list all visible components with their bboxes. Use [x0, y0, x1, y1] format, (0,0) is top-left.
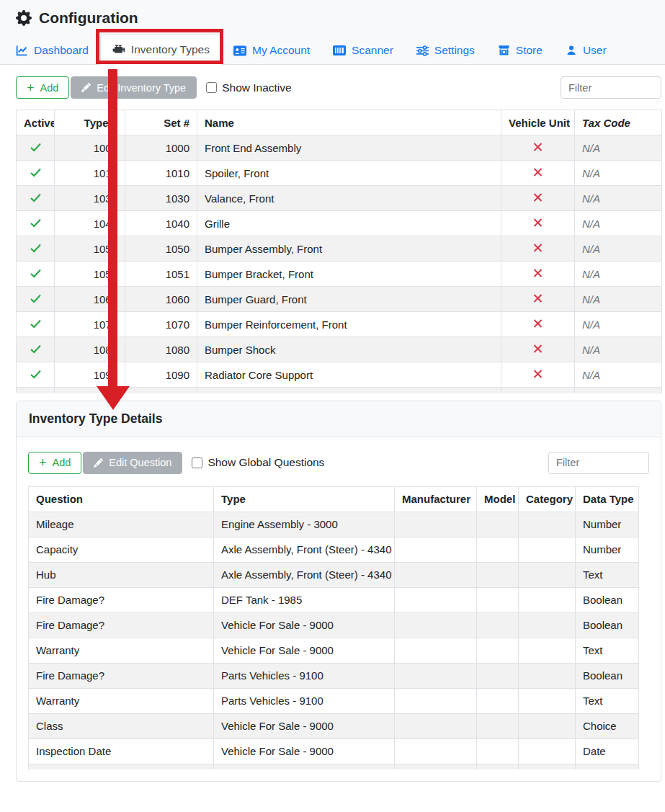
partial-row — [17, 388, 662, 393]
cell-name: Grille — [197, 211, 501, 236]
cell-model — [477, 663, 519, 688]
barcode-icon — [333, 45, 346, 55]
tab-inventory-types[interactable]: Inventory Types — [100, 35, 222, 65]
cell-name: Bumper Shock — [197, 337, 501, 362]
column-header: Tax Code — [575, 110, 662, 135]
active-check-icon — [17, 135, 55, 161]
cell-category — [519, 663, 576, 688]
active-check-icon — [17, 287, 55, 312]
question-row[interactable]: WarrantyVehicle For Sale - 9000Text — [29, 638, 639, 663]
tab-label: My Account — [252, 44, 310, 57]
cell-set-number: 1090 — [125, 362, 197, 388]
tab-my-account[interactable]: My Account — [222, 36, 321, 65]
vehicle-unit-x-icon — [501, 161, 575, 186]
inventory-type-row[interactable]: 10001000Front End AssemblyN/A — [17, 135, 662, 161]
questions-table: QuestionTypeManufacturerModelCategoryDat… — [28, 486, 639, 770]
question-row[interactable]: CapacityAxle Assembly, Front (Steer) - 4… — [29, 537, 639, 562]
column-header: Manufacturer — [395, 486, 477, 512]
cell-model — [477, 612, 519, 638]
cell-model — [477, 512, 519, 537]
add-button-label: Add — [40, 82, 59, 94]
add-inventory-type-button[interactable]: + Add — [16, 76, 69, 99]
tab-user[interactable]: User — [554, 36, 618, 65]
tab-label: User — [583, 44, 607, 57]
edit-inventory-type-button[interactable]: Edit Inventory Type — [71, 76, 197, 99]
inventory-type-details-card: Inventory Type Details + Add Edit Questi… — [16, 401, 661, 782]
tab-store[interactable]: Store — [486, 36, 554, 65]
tab-label: Scanner — [352, 44, 393, 57]
tab-scanner[interactable]: Scanner — [321, 36, 405, 65]
show-global-questions-checkbox[interactable] — [192, 458, 202, 468]
show-inactive-label: Show Inactive — [222, 81, 292, 94]
inventory-type-row[interactable]: 10501050Bumper Assembly, FrontN/A — [17, 236, 662, 262]
cell-question: Class — [29, 713, 214, 739]
cell-type-number: 1000 — [55, 135, 125, 161]
cell-data-type: Number — [576, 537, 639, 562]
cell-set-number: 1051 — [125, 262, 197, 287]
show-inactive-toggle[interactable]: Show Inactive — [206, 81, 292, 94]
inventory-type-row[interactable]: 10901090Radiator Core SupportN/A — [17, 362, 662, 388]
inventory-types-filter-input[interactable] — [561, 76, 661, 99]
cell-type-number: 1051 — [55, 262, 125, 287]
cell-type: Parts Vehicles - 9100 — [214, 688, 395, 713]
active-check-icon — [17, 362, 55, 388]
cell-question: Fire Damage? — [29, 612, 214, 638]
show-global-questions-label: Show Global Questions — [207, 456, 324, 469]
gear-icon — [16, 10, 32, 26]
active-check-icon — [17, 312, 55, 337]
question-row[interactable]: Fire Damage?Parts Vehicles - 9100Boolean — [29, 663, 639, 688]
cell-type: Parts Vehicles - 9100 — [214, 663, 395, 688]
questions-filter-input[interactable] — [548, 452, 649, 474]
inventory-type-row[interactable]: 10301030Valance, FrontN/A — [17, 186, 662, 211]
question-row[interactable]: ClassVehicle For Sale - 9000Choice — [29, 713, 639, 739]
cell-manufacturer — [395, 688, 477, 713]
question-row[interactable]: Fire Damage?DEF Tank - 1985Boolean — [29, 587, 639, 612]
cell-set-number: 1070 — [125, 312, 197, 337]
cell-set-number: 1050 — [125, 236, 197, 262]
inventory-type-row[interactable]: 10401040GrilleN/A — [17, 211, 662, 236]
question-row[interactable]: WarrantyParts Vehicles - 9100Text — [29, 688, 639, 713]
cell-category — [519, 537, 576, 562]
page-title: Configuration — [39, 9, 138, 27]
cell-category — [519, 612, 576, 638]
chart-line-icon — [16, 45, 28, 57]
inventory-types-toolbar: + Add Edit Inventory Type Show Inactive — [16, 76, 661, 99]
add-question-button[interactable]: + Add — [28, 452, 81, 474]
question-row[interactable]: Inspection DateVehicle For Sale - 9000Da… — [29, 739, 639, 764]
cell-tax-code: N/A — [575, 287, 662, 312]
question-row[interactable]: Fire Damage?Vehicle For Sale - 9000Boole… — [29, 612, 639, 638]
inventory-type-row[interactable]: 10801080Bumper ShockN/A — [17, 337, 662, 362]
column-header: Type # — [55, 110, 125, 135]
vehicle-unit-x-icon — [501, 236, 575, 262]
sliders-icon — [416, 45, 429, 56]
column-header: Category — [519, 486, 576, 512]
inventory-type-row[interactable]: 10601060Bumper Guard, FrontN/A — [17, 287, 662, 312]
question-row[interactable]: MileageEngine Assembly - 3000Number — [29, 512, 639, 537]
cell-manufacturer — [395, 739, 477, 764]
tab-label: Store — [516, 44, 543, 57]
tab-settings[interactable]: Settings — [405, 36, 486, 65]
vehicle-unit-x-icon — [501, 135, 575, 161]
tab-dashboard[interactable]: Dashboard — [4, 36, 100, 65]
cell-type: Axle Assembly, Front (Steer) - 4340 — [214, 537, 395, 562]
cell-category — [519, 562, 576, 587]
cell-tax-code: N/A — [575, 186, 662, 211]
edit-question-button[interactable]: Edit Question — [83, 452, 182, 474]
cell-manufacturer — [395, 587, 477, 612]
cell-set-number: 1030 — [125, 186, 197, 211]
cell-data-type: Text — [576, 688, 639, 713]
inventory-type-row[interactable]: 10101010Spoiler, FrontN/A — [17, 161, 662, 186]
show-global-questions-toggle[interactable]: Show Global Questions — [192, 456, 324, 469]
column-header: Model — [477, 486, 519, 512]
cell-type-number: 1040 — [55, 211, 125, 236]
inventory-type-row[interactable]: 10511051Bumper Bracket, FrontN/A — [17, 262, 662, 287]
question-row[interactable]: HubAxle Assembly, Front (Steer) - 4340Te… — [29, 562, 639, 587]
show-inactive-checkbox[interactable] — [206, 82, 217, 93]
inventory-type-row[interactable]: 10701070Bumper Reinforcement, FrontN/A — [17, 312, 662, 337]
cell-type: Vehicle For Sale - 9000 — [214, 638, 395, 663]
cell-manufacturer — [395, 638, 477, 663]
column-header: Question — [29, 486, 214, 512]
cell-type-number: 1090 — [55, 362, 125, 388]
storefront-icon — [498, 45, 510, 56]
cell-manufacturer — [395, 562, 477, 587]
